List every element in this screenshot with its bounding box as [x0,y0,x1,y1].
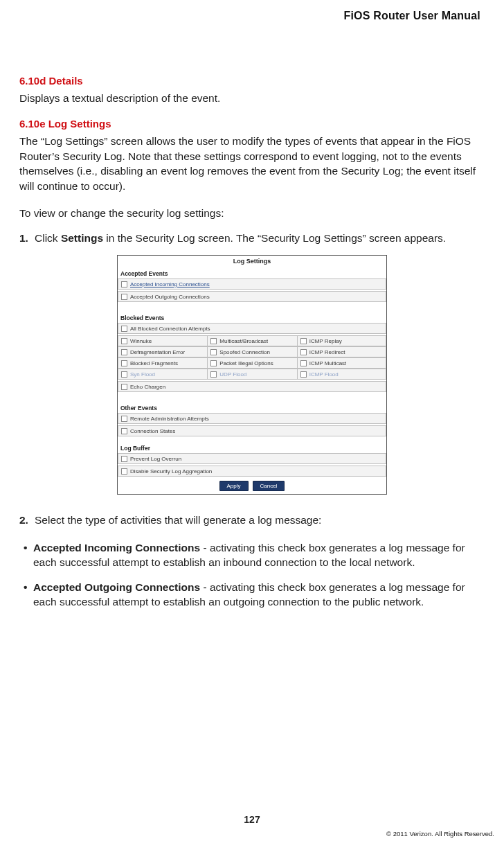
row-defrag[interactable]: Defragmentation Error [118,346,207,357]
row-label: Spoofed Connection [219,349,270,355]
bullet-accepted-incoming: • Accepted Incoming Connections - activa… [19,540,485,570]
row-label: Syn Flood [130,371,155,378]
log-settings-screenshot: Log Settings Accepted Events Accepted In… [117,255,387,495]
row-all-blocked[interactable]: All Blocked Connection Attempts [118,323,386,334]
step-1-bold: Settings [61,232,103,244]
row-accepted-outgoing[interactable]: Accepted Outgoing Connections [118,291,386,302]
checkbox-icon[interactable] [121,349,127,355]
document-title: FiOS Router User Manual [343,10,480,22]
row-icmp-flood[interactable]: ICMP Flood [297,369,386,380]
checkbox-icon[interactable] [121,294,127,300]
step-1: 1. Click Settings in the Security Log sc… [19,231,485,246]
row-packet-illegal[interactable]: Packet Illegal Options [207,357,296,369]
row-winnuke[interactable]: Winnuke [118,335,207,346]
row-disable-aggregation[interactable]: Disable Security Log Aggregation [118,466,386,477]
heading-6-10e: 6.10e Log Settings [19,118,485,130]
step-1-text: Click Settings in the Security Log scree… [35,231,485,246]
row-label: Connection States [130,428,175,434]
checkbox-icon[interactable] [300,349,307,355]
row-label: Disable Security Log Aggregation [130,468,212,475]
row-label: ICMP Flood [309,371,339,378]
bullet-dot: • [24,580,33,610]
checkbox-icon[interactable] [121,384,127,390]
row-icmp-redirect[interactable]: ICMP Redirect [297,346,386,357]
para-6-10e-intro: The “Log Settings” screen allows the use… [19,134,485,193]
bullet-bold: Accepted Outgoing Connections [33,581,200,593]
row-syn-flood[interactable]: Syn Flood [118,369,207,380]
bullet-text: Accepted Incoming Connections - activati… [33,540,485,570]
row-label: ICMP Multicast [309,360,347,366]
row-icmp-replay[interactable]: ICMP Replay [297,335,386,346]
log-buffer-header: Log Buffer [118,443,386,453]
bullet-dot: • [24,540,33,570]
checkbox-icon[interactable] [121,338,127,344]
para-6-10d: Displays a textual description of the ev… [19,91,485,105]
row-label: Defragmentation Error [130,349,185,355]
row-label: Multicast/Broadcast [219,338,268,344]
shot-title: Log Settings [118,256,386,269]
step-1-number: 1. [19,231,35,246]
row-label: Winnuke [130,338,152,344]
button-row: Apply Cancel [118,478,386,491]
checkbox-icon[interactable] [210,371,217,378]
row-echo-chargen[interactable]: Echo Chargen [118,381,386,392]
row-label: All Blocked Connection Attempts [130,326,210,332]
row-label: UDP Flood [219,371,246,378]
page: FiOS Router User Manual 6.10d Details Di… [0,0,504,850]
bullet-accepted-outgoing: • Accepted Outgoing Connections - activa… [19,580,485,610]
row-label: Blocked Fragments [130,360,178,366]
step-2-text: Select the type of activities that will … [35,513,485,528]
instruction-line: To view or change the security log setti… [19,206,485,221]
row-label: Echo Chargen [130,384,165,390]
checkbox-icon[interactable] [121,428,127,434]
row-label: Packet Illegal Options [219,360,273,366]
bullet-bold: Accepted Incoming Connections [33,542,200,554]
row-label: Prevent Log Overrun [130,456,181,462]
checkbox-icon[interactable] [300,360,307,366]
row-udp-flood[interactable]: UDP Flood [207,369,296,380]
row-label: ICMP Replay [309,338,342,344]
row-label: Remote Administration Attempts [130,416,209,422]
checkbox-icon[interactable] [121,326,127,332]
row-label: Accepted Outgoing Connections [130,294,210,300]
apply-button[interactable]: Apply [219,481,249,491]
blocked-events-header: Blocked Events [118,313,386,323]
row-accepted-incoming[interactable]: Accepted Incoming Connections [118,278,386,290]
checkbox-icon[interactable] [121,360,127,366]
checkbox-icon[interactable] [210,338,217,344]
row-spoofed[interactable]: Spoofed Connection [207,346,296,357]
copyright: © 2011 Verizon. All Rights Reserved. [386,830,494,838]
blocked-grid: Winnuke Multicast/Broadcast ICMP Replay … [118,335,386,380]
row-prevent-overrun[interactable]: Prevent Log Overrun [118,453,386,464]
step-2-number: 2. [19,513,35,528]
other-events-header: Other Events [118,403,386,413]
checkbox-icon[interactable] [121,416,127,422]
bullet-text: Accepted Outgoing Connections - activati… [33,580,485,610]
step-1-post: in the Security Log screen. The “Securit… [103,232,446,244]
row-blocked-frag[interactable]: Blocked Fragments [118,357,207,369]
checkbox-icon[interactable] [121,456,127,462]
checkbox-icon[interactable] [121,281,127,287]
row-label: ICMP Redirect [309,349,345,355]
row-multicast[interactable]: Multicast/Broadcast [207,335,296,346]
checkbox-icon[interactable] [210,349,217,355]
checkbox-icon[interactable] [300,338,307,344]
cancel-button[interactable]: Cancel [253,481,285,491]
checkbox-icon[interactable] [300,371,307,378]
row-icmp-multicast[interactable]: ICMP Multicast [297,357,386,369]
checkbox-icon[interactable] [210,360,217,366]
checkbox-icon[interactable] [121,371,127,378]
row-connection-states[interactable]: Connection States [118,425,386,436]
accepted-events-header: Accepted Events [118,269,386,278]
screenshot-wrap: Log Settings Accepted Events Accepted In… [19,255,485,495]
heading-6-10d: 6.10d Details [19,75,485,87]
row-label: Accepted Incoming Connections [130,281,210,287]
body-area: 6.10d Details Displays a textual descrip… [19,75,485,609]
page-number: 127 [0,814,504,825]
row-remote-admin[interactable]: Remote Administration Attempts [118,413,386,424]
step-1-pre: Click [35,232,61,244]
checkbox-icon[interactable] [121,468,127,475]
step-2: 2. Select the type of activities that wi… [19,513,485,528]
